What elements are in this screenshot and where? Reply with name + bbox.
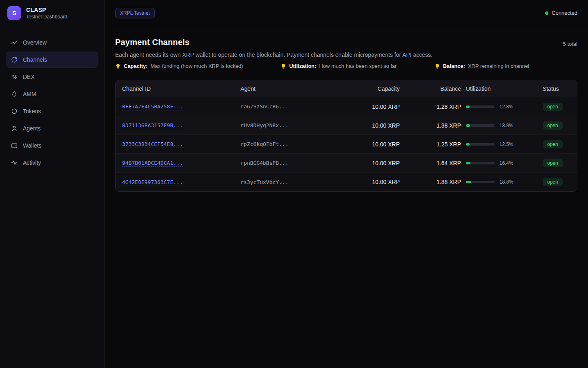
hint-term: Utilization:	[289, 63, 316, 69]
header-channel-id: Channel ID	[122, 85, 241, 92]
channels-table: Channel ID Agent Capacity Balance Utiliz…	[115, 80, 577, 192]
hint-term: Balance:	[443, 63, 465, 69]
channel-id-link[interactable]: 3733C3B34CEF54E8...	[122, 141, 183, 148]
sidebar-item-tokens[interactable]: Tokens	[6, 103, 98, 119]
agent-address: rUv8DHyq2N8x...	[241, 122, 343, 128]
utilization-bar	[466, 105, 494, 108]
channel-id-link[interactable]: 94B7B01ADCE4DCA1...	[122, 160, 183, 167]
droplet-icon	[11, 90, 18, 98]
balance-value: 1.64 XRP	[400, 160, 461, 166]
page-title: Payment Channels	[115, 38, 189, 47]
header-agent: Agent	[241, 85, 343, 92]
status-badge: open	[543, 140, 563, 148]
table-row: 94B7B01ADCE4DCA1... rpnBGG4bBsPB... 10.0…	[116, 154, 577, 173]
channel-id-link[interactable]: 4C42E0E997363C7E...	[122, 179, 183, 186]
chart-line-icon	[11, 39, 18, 46]
header-balance: Balance	[400, 85, 461, 92]
hint-capacity: Capacity: Max funding (how much XRP is l…	[115, 63, 243, 69]
balance-value: 1.38 XRP	[400, 122, 461, 129]
header-status: Status	[543, 85, 570, 92]
circle-icon	[11, 108, 18, 115]
utilization-bar	[466, 143, 494, 146]
capacity-value: 10.00 XRP	[343, 160, 400, 166]
channel-id-link[interactable]: 0FE7A7E4C5BA258F...	[122, 103, 183, 110]
utilization-percent: 12.8%	[499, 104, 513, 110]
hint-term: Capacity:	[124, 63, 148, 69]
sidebar-nav: Overview Channels DEX AMM	[0, 26, 104, 179]
lightbulb-icon	[115, 63, 121, 69]
utilization-fill	[466, 181, 471, 183]
table-body: 0FE7A7E4C5BA258F... ra67SzSnCcR6... 10.0…	[116, 97, 577, 191]
refresh-icon	[11, 56, 18, 63]
hint-text: Max funding (how much XRP is locked)	[151, 63, 243, 69]
app-root: S CLASP Testnet Dashboard Overview Chann…	[0, 0, 588, 368]
sidebar-item-overview[interactable]: Overview	[6, 34, 98, 51]
main-column: XRPL Testnet Connected Payment Channels …	[105, 0, 588, 368]
utilization-cell: 12.8%	[466, 104, 543, 110]
hint-text: XRP remaining in channel	[468, 63, 529, 69]
swap-arrows-icon	[11, 73, 18, 81]
utilization-bar	[466, 124, 494, 127]
utilization-percent: 16.4%	[499, 160, 513, 166]
page-description: Each agent needs its own XRP wallet to o…	[115, 52, 577, 58]
table-row: 3733C3B34CEF54E8... rpZc6kqQFbFt... 10.0…	[116, 135, 577, 154]
main-content: Payment Channels 5 total Each agent need…	[105, 26, 588, 203]
status-badge: open	[543, 178, 563, 186]
table-header-row: Channel ID Agent Capacity Balance Utiliz…	[116, 80, 577, 97]
sidebar-item-label: Tokens	[23, 108, 41, 114]
balance-value: 1.28 XRP	[400, 103, 461, 110]
sidebar-item-dex[interactable]: DEX	[6, 69, 98, 85]
agent-address: rs3ycTuxVbcY...	[241, 179, 343, 185]
hint-text: How much has been spent so far	[319, 63, 397, 69]
sidebar-item-label: Overview	[23, 39, 47, 46]
agent-address: rpnBGG4bBsPB...	[241, 160, 343, 166]
connection-status: Connected	[545, 10, 577, 16]
connection-status-label: Connected	[552, 10, 577, 16]
header-capacity: Capacity	[343, 85, 400, 92]
status-badge: open	[543, 121, 563, 130]
agent-address: rpZc6kqQFbFt...	[241, 141, 343, 147]
utilization-cell: 13.8%	[466, 123, 543, 128]
utilization-percent: 12.5%	[499, 141, 513, 147]
capacity-value: 10.00 XRP	[343, 141, 400, 148]
balance-value: 1.88 XRP	[400, 179, 461, 185]
title-row: Payment Channels 5 total	[115, 38, 577, 47]
sidebar-item-agents[interactable]: Agents	[6, 120, 98, 137]
utilization-fill	[466, 124, 470, 127]
brand: S CLASP Testnet Dashboard	[0, 0, 104, 26]
utilization-cell: 12.5%	[466, 141, 543, 147]
utilization-cell: 16.4%	[466, 160, 543, 166]
balance-value: 1.25 XRP	[400, 141, 461, 148]
agent-icon	[11, 125, 18, 132]
sidebar-item-activity[interactable]: Activity	[6, 155, 98, 171]
network-badge: XRPL Testnet	[115, 8, 155, 18]
utilization-fill	[466, 105, 470, 108]
utilization-bar	[466, 162, 494, 164]
hint-balance: Balance: XRP remaining in channel	[434, 63, 529, 69]
brand-subtitle: Testnet Dashboard	[26, 14, 67, 20]
utilization-percent: 13.8%	[499, 123, 513, 128]
sidebar-item-label: DEX	[23, 74, 35, 80]
sidebar-item-label: Wallets	[23, 142, 41, 149]
sidebar-item-label: AMM	[23, 91, 36, 97]
wallet-icon	[11, 142, 18, 149]
sidebar: S CLASP Testnet Dashboard Overview Chann…	[0, 0, 105, 368]
utilization-bar	[466, 181, 494, 183]
capacity-value: 10.00 XRP	[343, 103, 400, 110]
table-row: 4C42E0E997363C7E... rs3ycTuxVbcY... 10.0…	[116, 173, 577, 191]
total-count: 5 total	[563, 41, 577, 47]
hint-utilization: Utilization: How much has been spent so …	[281, 63, 397, 69]
channel-id-link[interactable]: 8371136BA3157F9B...	[122, 122, 183, 129]
sidebar-item-channels[interactable]: Channels	[6, 52, 98, 68]
connected-dot-icon	[545, 11, 548, 15]
sidebar-item-wallets[interactable]: Wallets	[6, 137, 98, 154]
brand-logo: S	[7, 6, 21, 20]
topbar: XRPL Testnet Connected	[105, 0, 588, 26]
utilization-percent: 18.8%	[499, 179, 513, 185]
utilization-cell: 18.8%	[466, 179, 543, 185]
lightbulb-icon	[281, 63, 286, 69]
sidebar-item-label: Activity	[23, 159, 41, 166]
sidebar-item-amm[interactable]: AMM	[6, 86, 98, 102]
utilization-fill	[466, 143, 470, 146]
table-row: 0FE7A7E4C5BA258F... ra67SzSnCcR6... 10.0…	[116, 97, 577, 116]
